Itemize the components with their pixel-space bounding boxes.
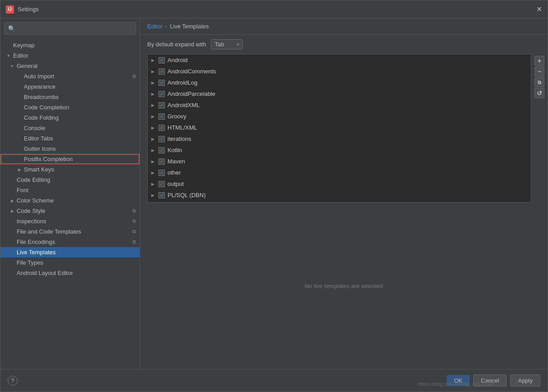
sidebar-item-code-folding[interactable]: Code Folding [0,113,140,123]
androidparcelable-group-name: AndroidParcelable [168,90,215,97]
androidlog-group-name: AndroidLog [168,79,198,86]
inspections-label: Inspections [17,218,46,225]
inspections-copy-icon: ⧉ [132,218,136,224]
sidebar-item-gutter-icons[interactable]: Gutter Icons [0,144,140,154]
add-template-button[interactable]: + [534,56,544,66]
android-group-name: Android [168,57,188,63]
bottom-bar: ? OK Cancel Apply [0,369,548,392]
code-style-copy-icon: ⧉ [132,208,136,214]
output-group-checkbox[interactable] [159,181,165,187]
template-group-androidcomments[interactable]: ▶ AndroidComments [148,66,531,77]
undo-template-button[interactable]: ↺ [534,88,544,98]
live-templates-label: Live Templates [17,249,55,256]
template-group-android[interactable]: ▶ Android [148,54,531,66]
template-group-output[interactable]: ▶ output [148,178,531,189]
android-layout-editor-label: Android Layout Editor [17,270,73,276]
template-group-htmlxml[interactable]: ▶ HTML/XML [148,122,531,133]
breadcrumb-editor-link[interactable]: Editor [147,23,163,30]
template-group-androidparcelable[interactable]: ▶ AndroidParcelable [148,88,531,99]
search-input[interactable] [4,22,136,35]
template-group-plsql[interactable]: ▶ PL/SQL (DBN) [148,189,531,201]
template-group-maven[interactable]: ▶ Maven [148,156,531,167]
template-group-groovy[interactable]: ▶ Groovy [148,111,531,122]
template-group-kotlin[interactable]: ▶ Kotlin [148,144,531,156]
androidparcelable-group-checkbox[interactable] [159,91,165,97]
sidebar-item-smart-keys[interactable]: Smart Keys [0,164,140,175]
androidlog-group-arrow: ▶ [151,81,156,85]
androidxml-group-checkbox[interactable] [159,102,165,108]
sidebar-item-console[interactable]: Console [0,123,140,133]
other-group-arrow: ▶ [151,171,156,175]
color-scheme-arrow [9,198,15,203]
dialog-title: Settings [18,6,39,13]
breadcrumb-current: Live Templates [170,23,208,30]
toolbar-row: By default expand with Tab Enter Space [140,35,548,54]
sidebar-item-keymap[interactable]: Keymap [0,40,140,50]
titlebar: IJ Settings ✕ [0,0,548,18]
androidlog-group-checkbox[interactable] [159,80,165,86]
kotlin-group-arrow: ▶ [151,148,156,153]
console-label: Console [24,125,45,131]
androidparcelable-group-arrow: ▶ [151,92,156,96]
sidebar-item-file-types[interactable]: File Types [0,257,140,268]
sidebar-item-live-templates[interactable]: Live Templates [0,247,140,257]
color-scheme-label: Color Scheme [17,197,54,204]
sidebar-item-breadcrumbs[interactable]: Breadcrumbs [0,92,140,102]
breadcrumbs-label: Breadcrumbs [24,94,59,100]
sidebar-item-code-completion[interactable]: Code Completion [0,102,140,113]
groovy-group-checkbox[interactable] [159,113,165,120]
sidebar-item-inspections[interactable]: Inspections ⧉ [0,216,140,226]
htmlxml-group-name: HTML/XML [168,124,197,131]
sidebar-item-code-editing[interactable]: Code Editing [0,175,140,185]
sidebar-item-editor[interactable]: Editor [0,50,140,61]
kotlin-group-checkbox[interactable] [159,147,165,153]
sidebar-item-code-style[interactable]: Code Style ⧉ [0,206,140,216]
template-group-androidlog[interactable]: ▶ AndroidLog [148,77,531,88]
sidebar-item-android-layout-editor[interactable]: Android Layout Editor [0,268,140,278]
sidebar-item-appearance[interactable]: Appearance [0,81,140,92]
androidcomments-group-checkbox[interactable] [159,68,165,75]
sidebar-item-general[interactable]: General [0,61,140,71]
template-group-other[interactable]: ▶ other [148,167,531,178]
androidxml-group-name: AndroidXML [168,102,200,108]
copy-template-button[interactable]: ⧉ [534,77,544,87]
iterations-group-checkbox[interactable] [159,136,165,142]
file-types-label: File Types [17,259,43,266]
maven-group-checkbox[interactable] [159,158,165,165]
remove-template-button[interactable]: − [534,67,544,77]
htmlxml-group-checkbox[interactable] [159,125,165,131]
code-style-label: Code Style [17,207,45,214]
template-group-iterations[interactable]: ▶ iterations [148,133,531,144]
file-code-templates-label: File and Code Templates [17,228,82,235]
apply-button[interactable]: Apply [510,374,540,387]
other-group-checkbox[interactable] [159,170,165,176]
file-encodings-copy-icon: ⧉ [132,239,136,245]
sidebar-item-color-scheme[interactable]: Color Scheme [0,195,140,206]
app-icon: IJ [6,5,14,14]
help-button[interactable]: ? [8,376,18,386]
breadcrumb: Editor › Live Templates [140,18,548,35]
maven-group-name: Maven [168,158,185,165]
sidebar-item-file-code-templates[interactable]: File and Code Templates ⧉ [0,226,140,237]
htmlxml-group-arrow: ▶ [151,126,156,130]
android-group-checkbox[interactable] [159,57,165,63]
sidebar-item-postfix-completion[interactable]: Postfix Completion [0,154,140,164]
general-label: General [17,63,37,69]
plsql-group-checkbox[interactable] [159,192,165,198]
code-editing-label: Code Editing [17,176,50,183]
androidxml-group-arrow: ▶ [151,103,156,108]
expand-dropdown[interactable]: Tab Enter Space [211,39,243,50]
code-style-arrow [9,208,15,214]
template-group-androidxml[interactable]: ▶ AndroidXML [148,99,531,111]
sidebar-item-editor-tabs[interactable]: Editor Tabs [0,133,140,144]
postfix-completion-label: Postfix Completion [24,156,72,162]
sidebar-item-file-encodings[interactable]: File Encodings ⧉ [0,237,140,247]
android-group-arrow: ▶ [151,58,156,63]
sidebar-item-auto-import[interactable]: Auto Import ⧉ [0,71,140,81]
right-toolbar: + − ⧉ ↺ [531,54,548,203]
sidebar-item-font[interactable]: Font [0,185,140,195]
kotlin-group-name: Kotlin [168,147,182,153]
close-button[interactable]: ✕ [536,5,542,14]
editor-arrow [6,53,11,59]
copy-icon: ⧉ [132,73,136,79]
